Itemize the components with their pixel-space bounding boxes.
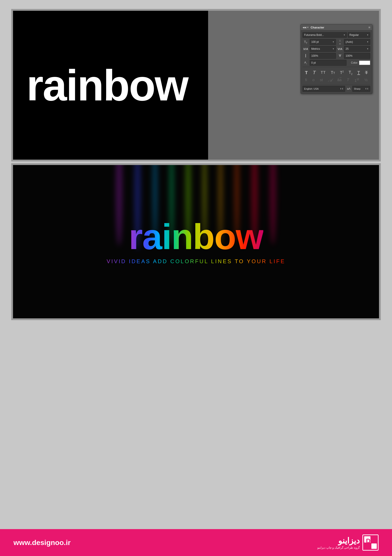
vertical-scale-icon: I — [304, 53, 308, 59]
logo-subtitle: گروه طراحی گرافیک و چاپ دیزاینو — [317, 546, 360, 549]
ligature-t-btn[interactable]: T — [347, 78, 349, 82]
panel-menu-icon[interactable]: ≡ — [368, 26, 370, 29]
ligature-a-btn[interactable]: 𝒜 — [328, 77, 332, 83]
rainbow-main-text: rainbow — [129, 219, 263, 255]
svg-rect-4 — [371, 543, 377, 549]
kerning-arrow: ▼ — [332, 48, 334, 50]
ligature-1st-btn[interactable]: 1st — [354, 77, 359, 83]
svg-rect-2 — [371, 536, 377, 542]
font-size-field[interactable]: 100 pt ▼ — [310, 39, 336, 45]
ligature-half-btn[interactable]: ½ — [364, 78, 368, 82]
font-size-icon: TT — [303, 39, 309, 45]
bottom-panel: rainbow VIVID IDEAS ADD COLORFUL LINES T… — [11, 163, 381, 320]
divider-1 — [303, 67, 370, 67]
strikethrough-btn[interactable]: T — [365, 70, 368, 75]
font-row: Futurama Bold... ▼ Regular ▼ — [303, 32, 370, 38]
baseline-icon: A↕ — [303, 61, 309, 65]
italic-btn[interactable]: T — [313, 70, 315, 76]
canvas-text: rainbow — [26, 63, 188, 107]
logo-name: دیزاینو — [338, 536, 360, 545]
panel-title-area: ◀◀ ✕ Character — [303, 26, 324, 29]
tracking-icon: V/A — [337, 47, 343, 51]
tracking-field[interactable]: 25 ▼ — [344, 46, 370, 52]
logo-icon: D — [362, 534, 378, 551]
anti-alias-dropdown[interactable]: Sharp ⬆⬇ — [352, 86, 370, 92]
footer-logo: دیزاینو گروه طراحی گرافیک و چاپ دیزاینو … — [317, 534, 378, 551]
ligature-o-btn[interactable]: o — [312, 78, 314, 82]
kerning-icon: V/A — [303, 47, 309, 51]
size-arrow: ▼ — [332, 41, 334, 43]
typo-style-row: T T TT TT T2 T2 T T — [303, 69, 370, 77]
vertical-scale-field[interactable]: 100% — [310, 53, 336, 59]
baseline-field[interactable]: 0 pt — [310, 60, 346, 66]
kerning-field[interactable]: Metrics ▼ — [310, 46, 336, 52]
leading-icon: ↕A — [337, 39, 343, 45]
ligatures-row: fi o st 𝒜 āa T 1st ½ — [303, 77, 370, 83]
panel-title: Character — [311, 26, 324, 29]
font-family-dropdown[interactable]: Futurama Bold... ▼ — [303, 32, 347, 38]
footer-bar: www.designoo.ir دیزاینو گروه طراحی گرافی… — [0, 529, 392, 556]
sharp-arrow: ⬆⬇ — [365, 88, 369, 90]
allcaps-btn[interactable]: TT — [321, 70, 326, 75]
superscript-btn[interactable]: T2 — [340, 70, 344, 75]
tracking-row: V/A Metrics ▼ V/A 25 ▼ — [303, 46, 370, 52]
smallcaps-btn[interactable]: TT — [331, 70, 335, 75]
ligature-fi-btn[interactable]: fi — [305, 78, 307, 82]
leading-field[interactable]: (Auto) ▼ — [344, 39, 370, 45]
logo-text-group: دیزاینو گروه طراحی گرافیک و چاپ دیزاینو — [317, 536, 360, 549]
subscript-btn[interactable]: T2 — [349, 70, 353, 75]
size-leading-row: TT 100 pt ▼ ↕A (Auto) ▼ — [303, 39, 370, 45]
underline-btn[interactable]: T — [357, 70, 360, 75]
baseline-color-row: A↕ 0 pt Color: — [303, 60, 370, 66]
svg-text:D: D — [366, 537, 370, 544]
footer-url: www.designoo.ir — [14, 539, 71, 547]
color-swatch[interactable] — [359, 61, 370, 65]
ligature-st-btn[interactable]: st — [320, 78, 323, 82]
dropdown-arrow-font: ▼ — [343, 34, 345, 36]
divider-2 — [303, 85, 370, 85]
main-content: rainbow ◀◀ ✕ Character ≡ Futurama Bold..… — [0, 0, 392, 520]
character-panel: ◀◀ ✕ Character ≡ Futurama Bold... ▼ Regu… — [300, 24, 372, 94]
font-style-dropdown[interactable]: Regular ▼ — [348, 32, 370, 38]
panel-body: Futurama Bold... ▼ Regular ▼ TT 100 pt — [301, 31, 372, 93]
rainbow-text-container: rainbow VIVID IDEAS ADD COLORFUL LINES T… — [107, 219, 285, 264]
ligature-aa-btn[interactable]: āa — [337, 78, 342, 82]
language-dropdown[interactable]: English: USA ⬆⬇ — [303, 86, 345, 92]
color-label: Color: — [351, 61, 358, 64]
panel-header: ◀◀ ✕ Character ≡ — [301, 24, 372, 31]
top-panel: rainbow ◀◀ ✕ Character ≡ Futurama Bold..… — [11, 9, 381, 162]
lang-arrow: ⬆⬇ — [340, 88, 344, 90]
bold-btn[interactable]: T — [305, 70, 308, 75]
rainbow-subtitle: VIVID IDEAS ADD COLORFUL LINES TO YOUR L… — [107, 258, 285, 264]
collapse-icons[interactable]: ◀◀ ✕ — [303, 26, 309, 29]
aa-label: аА — [346, 87, 351, 90]
dropdown-arrow-style: ▼ — [367, 34, 369, 36]
horizontal-scale-icon: T — [337, 54, 343, 57]
scale-row: I 100% T 100% — [303, 53, 370, 59]
lang-row: English: USA ⬆⬇ аА Sharp ⬆⬇ — [303, 86, 370, 92]
tracking-arrow: ▼ — [367, 48, 369, 50]
canvas-area: rainbow — [13, 11, 208, 160]
leading-arrow: ▼ — [367, 41, 369, 43]
horizontal-scale-field[interactable]: 100% — [344, 53, 370, 59]
logo-svg: D — [363, 535, 378, 550]
